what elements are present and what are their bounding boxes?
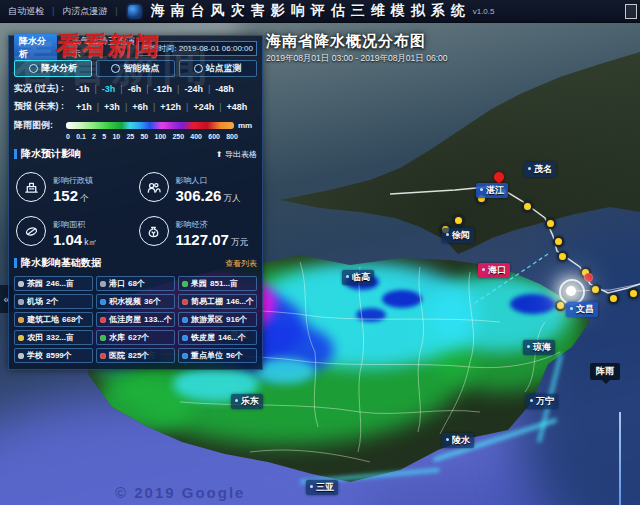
actual-time-option[interactable]: -1h — [76, 84, 90, 94]
forecast-time-label: 预报时间: — [142, 44, 176, 53]
stat-unit: 个 — [80, 193, 89, 203]
base-data-label: 果园 — [191, 278, 207, 289]
section-accent — [14, 149, 17, 159]
base-data-item[interactable]: 积水视频 36个 — [96, 294, 175, 309]
city-label[interactable]: 文昌 — [566, 302, 598, 317]
view-list-button[interactable]: 查看列表 — [225, 258, 257, 269]
actual-time-option[interactable]: -48h — [203, 84, 234, 94]
city-label[interactable]: 乐东 — [231, 394, 263, 409]
window-control[interactable] — [625, 4, 637, 19]
base-data-section-header: 降水影响基础数据 查看列表 — [14, 256, 257, 270]
base-data-label: 港口 — [109, 278, 125, 289]
base-data-item[interactable]: 机场 2个 — [14, 294, 93, 309]
city-label[interactable]: 三亚 — [306, 480, 338, 495]
base-data-item[interactable]: 建筑工地 668个 — [14, 312, 93, 327]
mode-precip-analysis[interactable]: 降水分析 — [14, 60, 92, 77]
typhoon-track-point[interactable] — [590, 284, 601, 295]
rain-cyan-west — [255, 358, 315, 384]
typhoon-red-point[interactable] — [584, 273, 593, 282]
forecast-time-option[interactable]: +48h — [214, 102, 247, 112]
city-label[interactable]: 海口 — [478, 263, 510, 278]
base-data-value: 668个 — [62, 314, 83, 325]
base-data-label: 积水视频 — [109, 296, 141, 307]
base-data-label: 铁皮屋 — [191, 332, 215, 343]
typhoon-track-point[interactable] — [608, 293, 619, 304]
map-title-block: 海南省降水概况分布图 2019年08月01日 03:00 - 2019年08月0… — [266, 32, 447, 65]
stat-label: 影响经济 — [176, 220, 208, 229]
base-data-item[interactable]: 简易工棚 146...个 — [178, 294, 257, 309]
base-data-item[interactable]: 果园 851...亩 — [178, 276, 257, 291]
typhoon-track-point[interactable] — [553, 236, 564, 247]
category-dot-icon — [18, 353, 24, 359]
base-data-item[interactable]: 低洼房屋 133...个 — [96, 312, 175, 327]
typhoon-track-point[interactable] — [545, 218, 556, 229]
base-data-item[interactable]: 港口 68个 — [96, 276, 175, 291]
base-data-item[interactable]: 医院 825个 — [96, 348, 175, 363]
legend-label: 降雨图例: — [14, 119, 66, 132]
base-data-label: 茶园 — [27, 278, 43, 289]
base-data-value: 825个 — [128, 350, 149, 361]
forecast-time-option[interactable]: +3h — [92, 102, 120, 112]
base-data-label: 旅游景区 — [191, 314, 223, 325]
legend-gradient-bar — [66, 122, 234, 129]
city-label[interactable]: 琼海 — [523, 340, 555, 355]
city-label[interactable]: 湛江 — [476, 183, 508, 198]
base-data-item[interactable]: 学校 8599个 — [14, 348, 93, 363]
forecast-time-box: 预报时间: 2019-08-01 06:00:00 — [138, 41, 257, 56]
city-label[interactable]: 茂名 — [524, 162, 556, 177]
typhoon-track-point[interactable] — [522, 201, 533, 212]
weather-tag-shower: 阵雨 — [590, 363, 620, 380]
tab-weather-3d[interactable]: 天气形势三维演示 — [72, 35, 139, 61]
rain-heavycell-east — [510, 294, 556, 314]
forecast-time-option[interactable]: +1h — [76, 102, 92, 112]
city-label[interactable]: 徐闻 — [442, 228, 474, 243]
legend-tick: 5 — [102, 133, 106, 140]
typhoon-track-point[interactable] — [453, 215, 464, 226]
base-data-label: 重点单位 — [191, 350, 223, 361]
menu-auto-patrol[interactable]: 自动巡检 — [8, 5, 44, 18]
stat-area: 影响面积 1.04k㎡ — [16, 213, 133, 249]
base-data-label: 医院 — [109, 350, 125, 361]
typhoon-track-point[interactable] — [628, 288, 639, 299]
typhoon-eye-icon[interactable] — [566, 286, 576, 296]
actual-time-option[interactable]: -24h — [172, 84, 203, 94]
tab-precipitation-analysis[interactable]: 降水分析 — [14, 34, 57, 62]
base-data-item[interactable]: 茶园 246...亩 — [14, 276, 93, 291]
category-dot-icon — [182, 299, 188, 305]
actual-time-option[interactable]: -6h — [115, 84, 141, 94]
legend-tick: 10 — [112, 133, 120, 140]
base-data-value: 146...个 — [218, 332, 246, 343]
stat-towns: 影响行政镇 152个 — [16, 169, 133, 205]
stat-unit: 万人 — [223, 193, 240, 203]
actual-time-option[interactable]: -3h — [90, 84, 116, 94]
city-label[interactable]: 万宁 — [526, 394, 558, 409]
mode-icon — [111, 64, 120, 73]
rain-legend-row: 降雨图例: mm — [14, 119, 257, 132]
base-data-item[interactable]: 水库 627个 — [96, 330, 175, 345]
export-table-button[interactable]: ⬆ 导出表格 — [216, 149, 257, 160]
app-logo — [128, 5, 141, 18]
mode-station-monitor[interactable]: 站点监测 — [179, 60, 257, 77]
category-dot-icon — [182, 353, 188, 359]
base-data-item[interactable]: 重点单位 56个 — [178, 348, 257, 363]
stat-value: 1.04 — [53, 231, 82, 248]
base-data-item[interactable]: 铁皮屋 146...个 — [178, 330, 257, 345]
export-table-label: 导出表格 — [225, 150, 257, 159]
actual-time-option[interactable]: -12h — [141, 84, 172, 94]
category-dot-icon — [100, 317, 106, 323]
menu-waterlogging-roam[interactable]: 内涝点漫游 — [62, 5, 107, 18]
mode-smart-grid[interactable]: 智能格点 — [96, 60, 174, 77]
forecast-time-option[interactable]: +12h — [148, 102, 181, 112]
base-data-label: 机场 — [27, 296, 43, 307]
forecast-time-option[interactable]: +24h — [181, 102, 214, 112]
legend-tick: 0.1 — [76, 133, 86, 140]
app-screen: 海南省降水概况分布图 2019年08月01日 03:00 - 2019年08月0… — [0, 0, 640, 505]
base-data-item[interactable]: 旅游景区 916个 — [178, 312, 257, 327]
typhoon-track-point[interactable] — [557, 251, 568, 262]
forecast-time-option[interactable]: +6h — [120, 102, 148, 112]
base-data-item[interactable]: 农田 332...亩 — [14, 330, 93, 345]
stat-value: 306.26 — [176, 187, 222, 204]
city-label[interactable]: 临高 — [342, 270, 374, 285]
city-label[interactable]: 陵水 — [442, 433, 474, 448]
forecast-time-row: 预报 (未来) : +1h +3h +6h +12h +24h +48h — [14, 100, 257, 113]
